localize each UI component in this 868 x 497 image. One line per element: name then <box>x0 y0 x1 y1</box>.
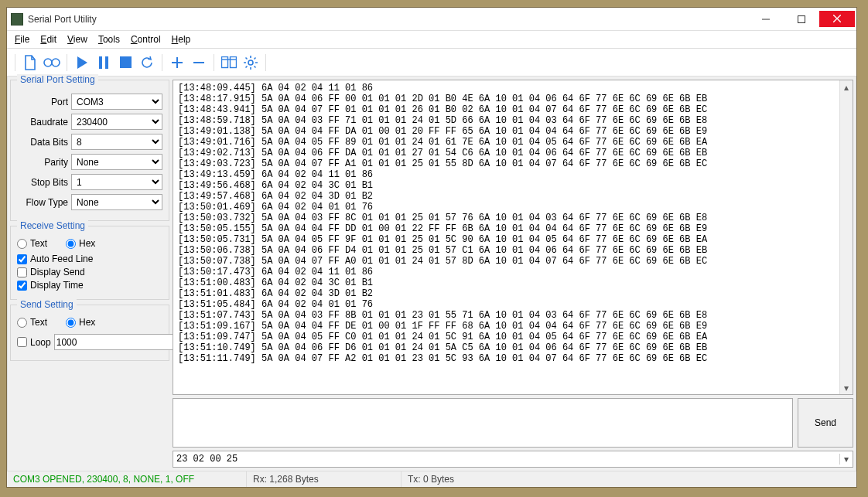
displaytime-check[interactable]: Display Time <box>17 280 162 291</box>
svg-point-5 <box>52 59 60 66</box>
svg-rect-13 <box>222 56 228 67</box>
app-title: Serial Port Utility <box>28 14 97 25</box>
new-file-button[interactable] <box>20 53 40 73</box>
toolbar <box>7 49 856 77</box>
baud-select[interactable]: 230400 <box>71 114 162 130</box>
status-tx: Tx: 0 Bytes <box>402 471 856 487</box>
left-panel: Serial Port Setting Port COM3 Baudrate 2… <box>10 80 169 468</box>
displaysend-check[interactable]: Display Send <box>17 267 162 277</box>
history-input[interactable] <box>173 454 839 465</box>
settings-button[interactable] <box>241 53 261 73</box>
menu-help-label: elp <box>178 34 190 45</box>
loop-value-input[interactable] <box>54 334 175 350</box>
panels-button[interactable] <box>219 53 239 73</box>
send-group: Send Setting Text Hex Loop ms <box>10 305 169 361</box>
play-button[interactable] <box>72 53 92 73</box>
pause-button[interactable] <box>94 53 114 73</box>
serial-port-title: Serial Port Setting <box>17 74 98 85</box>
add-button[interactable] <box>167 53 187 73</box>
statusbar: COM3 OPENED, 230400, 8, NONE, 1, OFF Rx:… <box>7 471 856 487</box>
status-connection: COM3 OPENED, 230400, 8, NONE, 1, OFF <box>7 471 247 487</box>
scroll-up-icon[interactable]: ▴ <box>840 80 853 94</box>
menu-help[interactable]: Help <box>167 32 196 46</box>
recv-hex-radio[interactable]: Hex <box>66 238 95 249</box>
svg-rect-1 <box>798 15 805 22</box>
loop-check[interactable]: Loop <box>17 337 51 348</box>
svg-rect-14 <box>231 56 237 67</box>
menu-tools[interactable]: Tools <box>94 32 125 46</box>
send-button[interactable]: Send <box>798 398 853 448</box>
svg-point-16 <box>248 60 253 65</box>
close-button[interactable] <box>819 11 855 27</box>
parity-label: Parity <box>17 157 68 168</box>
maximize-button[interactable] <box>784 12 819 27</box>
send-title: Send Setting <box>17 299 77 310</box>
recv-text-radio[interactable]: Text <box>17 238 47 249</box>
menu-view[interactable]: View <box>63 32 92 46</box>
menu-edit[interactable]: Edit <box>36 32 61 46</box>
menubar: File Edit View Tools Control Help <box>7 31 856 49</box>
stopbits-label: Stop Bits <box>17 177 68 188</box>
menu-file[interactable]: File <box>10 32 34 46</box>
send-hex-radio[interactable]: Hex <box>66 317 95 328</box>
app-window: Serial Port Utility File Edit View Tools… <box>6 7 857 488</box>
svg-marker-6 <box>77 56 87 69</box>
receive-title: Receive Setting <box>17 220 88 231</box>
receive-output-wrap: [13:48:09.445] 6A 04 02 04 11 01 86 [13:… <box>173 80 853 395</box>
svg-rect-8 <box>105 56 108 69</box>
reload-button[interactable] <box>137 53 157 73</box>
databits-select[interactable]: 8 <box>71 134 162 150</box>
send-row: Send <box>173 398 853 448</box>
menu-control[interactable]: Control <box>126 32 166 46</box>
autofeed-check[interactable]: Auto Feed Line <box>17 254 162 264</box>
send-textarea[interactable] <box>173 398 793 448</box>
baud-label: Baudrate <box>17 117 68 128</box>
menu-tools-label: ools <box>103 34 120 45</box>
svg-point-4 <box>44 59 52 66</box>
client-area: Serial Port Setting Port COM3 Baudrate 2… <box>7 77 856 471</box>
output-scrollbar[interactable]: ▴ ▾ <box>839 80 853 394</box>
parity-select[interactable]: None <box>71 154 162 170</box>
history-dropdown-icon[interactable]: ▾ <box>839 454 853 465</box>
databits-label: Data Bits <box>17 137 68 148</box>
record-button[interactable] <box>42 53 62 73</box>
menu-view-label: iew <box>73 34 87 45</box>
receive-group: Receive Setting Text Hex Auto Feed Line … <box>10 226 169 300</box>
svg-rect-7 <box>99 56 102 69</box>
flow-select[interactable]: None <box>71 194 162 210</box>
send-text-radio[interactable]: Text <box>17 317 47 328</box>
stopbits-select[interactable]: 1 <box>71 174 162 190</box>
remove-button[interactable] <box>189 53 209 73</box>
receive-output[interactable]: [13:48:09.445] 6A 04 02 04 11 01 86 [13:… <box>173 80 839 394</box>
serial-port-group: Serial Port Setting Port COM3 Baudrate 2… <box>10 80 169 221</box>
minimize-button[interactable] <box>748 12 784 27</box>
status-rx: Rx: 1,268 Bytes <box>247 471 402 487</box>
scroll-down-icon[interactable]: ▾ <box>840 381 853 394</box>
app-icon <box>11 13 23 26</box>
flow-label: Flow Type <box>17 197 68 208</box>
menu-edit-label: dit <box>46 34 56 45</box>
right-panel: [13:48:09.445] 6A 04 02 04 11 01 86 [13:… <box>173 80 853 468</box>
menu-control-label: ontrol <box>138 34 161 45</box>
port-select[interactable]: COM3 <box>71 94 162 110</box>
port-label: Port <box>17 97 68 107</box>
menu-file-label: ile <box>20 34 29 45</box>
titlebar: Serial Port Utility <box>7 8 856 31</box>
svg-rect-9 <box>120 56 132 68</box>
history-combo[interactable]: ▾ <box>173 451 853 468</box>
stop-button[interactable] <box>115 53 135 73</box>
